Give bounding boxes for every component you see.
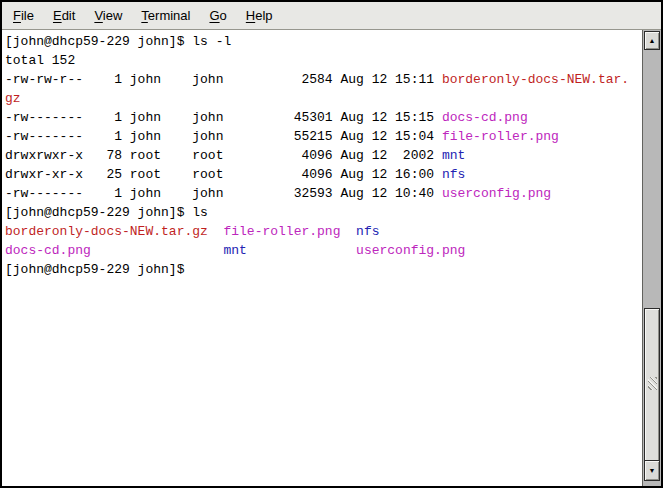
down-arrow-icon: ▼ <box>649 467 656 474</box>
terminal-line: gz <box>5 89 641 108</box>
terminal-line: [john@dhcp59-229 john]$ ls -l <box>5 32 641 51</box>
menu-help[interactable]: Help <box>244 7 275 24</box>
menu-edit[interactable]: Edit <box>51 7 77 24</box>
terminal-line: -rw------- 1 john john 55215 Aug 12 15:0… <box>5 127 641 146</box>
scrollbar: ▲ ▼ <box>642 30 661 486</box>
menu-terminal[interactable]: Terminal <box>139 7 192 24</box>
scrollbar-thumb[interactable] <box>644 308 660 462</box>
menu-file[interactable]: File <box>11 7 36 24</box>
scroll-down-button[interactable]: ▼ <box>644 460 660 481</box>
thumb-grip-icon <box>648 377 657 390</box>
terminal-screen[interactable]: [john@dhcp59-229 john]$ ls -ltotal 152-r… <box>2 30 661 486</box>
terminal-line: drwxr-xr-x 25 root root 4096 Aug 12 16:0… <box>5 165 641 184</box>
menu-bar: FileEditViewTerminalGoHelp <box>2 2 661 30</box>
terminal-window: FileEditViewTerminalGoHelp [john@dhcp59-… <box>0 0 663 488</box>
terminal-line: -rw------- 1 john john 32593 Aug 12 10:4… <box>5 184 641 203</box>
menu-go[interactable]: Go <box>207 7 228 24</box>
terminal-line: [john@dhcp59-229 john]$ <box>5 260 641 279</box>
menu-view[interactable]: View <box>92 7 124 24</box>
terminal-line: [john@dhcp59-229 john]$ ls <box>5 203 641 222</box>
terminal-line: -rw------- 1 john john 45301 Aug 12 15:1… <box>5 108 641 127</box>
terminal-line: -rw-rw-r-- 1 john john 2584 Aug 12 15:11… <box>5 70 641 89</box>
terminal-line: drwxrwxr-x 78 root root 4096 Aug 12 2002… <box>5 146 641 165</box>
terminal-line: total 152 <box>5 51 641 70</box>
terminal-line: docs-cd.png mnt userconfig.png <box>5 241 641 260</box>
terminal-text: [john@dhcp59-229 john]$ ls -ltotal 152-r… <box>5 32 641 279</box>
up-arrow-icon: ▲ <box>649 37 656 44</box>
terminal-line: borderonly-docs-NEW.tar.gz file-roller.p… <box>5 222 641 241</box>
